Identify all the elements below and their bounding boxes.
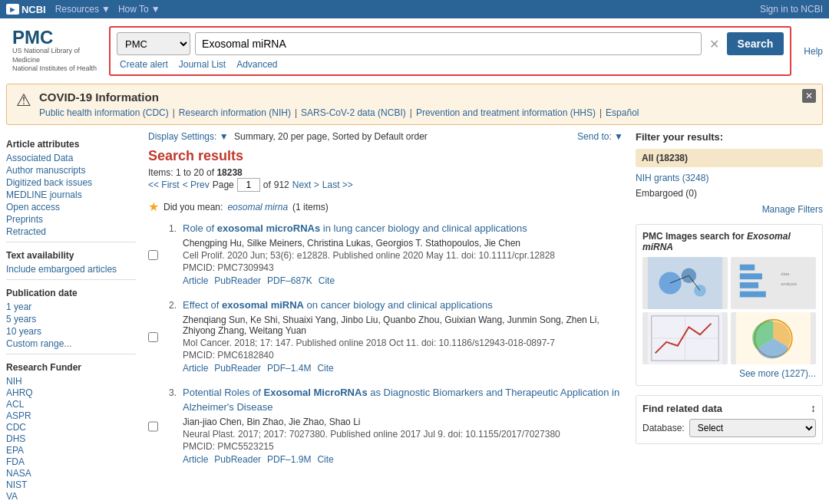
pmc-images-section: PMC Images search for Exosomal miRNA xyxy=(636,224,823,386)
expand-icon: ↕ xyxy=(811,402,816,414)
sidebar-item-digitized-back-issues[interactable]: Digitized back issues xyxy=(6,177,136,188)
filter-all-link[interactable]: All (18238) xyxy=(642,153,688,163)
send-to-link[interactable]: Send to: ▼ xyxy=(577,131,623,142)
covid-banner: ⚠ COVID-19 Information Public health inf… xyxy=(6,84,823,125)
sidebar-item-dhs[interactable]: DHS xyxy=(6,433,136,444)
sidebar-item-custom-range[interactable]: Custom range... xyxy=(6,338,136,349)
sidebar-item-cdc[interactable]: CDC xyxy=(6,422,136,433)
sidebar-item-medline-journals[interactable]: MEDLINE journals xyxy=(6,189,136,200)
last-page-link[interactable]: Last >> xyxy=(322,180,353,190)
result-body-1: Role of exosomal microRNAs in lung cance… xyxy=(183,222,623,286)
next-page-link[interactable]: Next > xyxy=(292,180,319,190)
sidebar-item-retracted[interactable]: Retracted xyxy=(6,226,136,237)
result-checkbox-2[interactable] xyxy=(148,301,158,374)
result-pubreader-link-2[interactable]: PubReader xyxy=(214,363,261,374)
search-input[interactable] xyxy=(195,32,702,55)
result-article-link-2[interactable]: Article xyxy=(183,363,208,374)
send-to-area: Send to: ▼ xyxy=(577,131,623,142)
help-link[interactable]: Help xyxy=(804,46,823,57)
sidebar-item-preprints[interactable]: Preprints xyxy=(6,214,136,225)
image-thumb-4[interactable] xyxy=(731,312,816,364)
result-article-link-3[interactable]: Article xyxy=(183,454,208,465)
hhs-link[interactable]: Prevention and treatment information (HH… xyxy=(416,107,596,118)
result-link-3[interactable]: Potential Roles of Exosomal MicroRNAs as… xyxy=(183,387,619,412)
sidebar-item-open-access[interactable]: Open access xyxy=(6,202,136,212)
cdc-link[interactable]: Public health information (CDC) xyxy=(39,107,169,118)
sidebar-item-nasa[interactable]: NASA xyxy=(6,468,136,479)
howto-menu[interactable]: How To ▼ xyxy=(118,4,160,15)
sidebar-item-5-years[interactable]: 5 years xyxy=(6,314,136,324)
manage-filters: Manage Filters xyxy=(636,204,823,215)
image-thumb-2[interactable]: data analysis xyxy=(731,257,816,309)
search-bar-wrapper: PMC PubMed Nucleotide Gene ✕ Search Crea… xyxy=(109,26,791,76)
result-number-3: 3. xyxy=(164,386,177,464)
related-data-header: Find related data ↕ xyxy=(642,402,816,414)
result-article-link-1[interactable]: Article xyxy=(183,275,208,286)
database-select[interactable]: PMC PubMed Nucleotide Gene xyxy=(117,32,190,55)
result-pubreader-link-3[interactable]: PubReader xyxy=(214,454,261,465)
journal-list-link[interactable]: Journal List xyxy=(179,59,226,70)
filter-embargoed: Embargoed (0) xyxy=(636,186,823,201)
search-results-title: Search results xyxy=(148,148,623,164)
sidebar-item-fda[interactable]: FDA xyxy=(6,456,136,467)
close-banner-button[interactable]: ✕ xyxy=(802,89,816,103)
filter-nih-grants-link[interactable]: NIH grants (3248) xyxy=(636,173,708,183)
main-layout: Article attributes Associated Data Autho… xyxy=(0,131,829,504)
sidebar-item-va[interactable]: VA xyxy=(6,491,136,502)
image-thumb-3[interactable] xyxy=(642,312,728,364)
prev-page-link[interactable]: < Prev xyxy=(183,180,210,190)
result-pdf-link-3[interactable]: PDF–1.9M xyxy=(267,454,311,465)
resources-menu[interactable]: Resources ▼ xyxy=(55,4,111,15)
database-select[interactable]: Select xyxy=(689,419,816,437)
sidebar-item-acl[interactable]: ACL xyxy=(6,399,136,410)
sidebar-item-aspr[interactable]: ASPR xyxy=(6,410,136,421)
sidebar-item-nih[interactable]: NIH xyxy=(6,376,136,387)
clear-search-button[interactable]: ✕ xyxy=(706,37,722,51)
espanol-link[interactable]: Español xyxy=(606,107,639,118)
sidebar-item-include-embargoed[interactable]: Include embargoed articles xyxy=(6,264,136,275)
result-link-2[interactable]: Effect of exosomal miRNA on cancer biolo… xyxy=(183,299,493,311)
manage-filters-link[interactable]: Manage Filters xyxy=(762,204,823,215)
first-page-link[interactable]: << First xyxy=(148,180,180,190)
result-checkbox-1[interactable] xyxy=(148,224,158,286)
search-links: Create alert Journal List Advanced xyxy=(120,59,784,70)
page-input[interactable] xyxy=(237,178,260,192)
advanced-link[interactable]: Advanced xyxy=(236,59,277,70)
result-cite-link-1[interactable]: Cite xyxy=(319,275,335,286)
covid-content: COVID-19 Information Public health infor… xyxy=(39,91,813,118)
display-settings-link[interactable]: Display Settings: ▼ xyxy=(148,131,231,142)
result-authors-1: Chengping Hu, Silke Meiners, Christina L… xyxy=(183,238,623,249)
sidebar-item-author-manuscripts[interactable]: Author manuscripts xyxy=(6,165,136,176)
result-authors-3: Jian-jiao Chen, Bin Zhao, Jie Zhao, Shao… xyxy=(183,417,623,427)
result-pdf-link-1[interactable]: PDF–687K xyxy=(267,275,312,286)
page-total: 912 xyxy=(274,180,289,190)
nih-link[interactable]: Research information (NIH) xyxy=(179,107,291,118)
did-you-mean: ★ Did you mean: eosomal mirna (1 items) xyxy=(148,199,623,214)
create-alert-link[interactable]: Create alert xyxy=(120,59,168,70)
result-cite-link-3[interactable]: Cite xyxy=(317,454,333,465)
ncbi-logo: ► NCBI xyxy=(6,4,46,15)
sidebar-item-associated-data[interactable]: Associated Data xyxy=(6,153,136,163)
result-link-1[interactable]: Role of exosomal microRNAs in lung cance… xyxy=(183,222,527,234)
search-button[interactable]: Search xyxy=(727,32,784,55)
see-more-link[interactable]: See more (1227)... xyxy=(739,368,816,379)
svg-rect-8 xyxy=(740,273,762,279)
sidebar-item-epa[interactable]: EPA xyxy=(6,445,136,456)
result-pmcid-1: PMCID: PMC7309943 xyxy=(183,262,623,273)
result-cite-link-2[interactable]: Cite xyxy=(317,363,333,374)
result-pdf-link-2[interactable]: PDF–1.4M xyxy=(267,363,311,374)
did-you-mean-link[interactable]: eosomal mirna xyxy=(227,202,288,212)
result-pubreader-link-1[interactable]: PubReader xyxy=(214,275,261,286)
ncbi-sars-link[interactable]: SARS-CoV-2 data (NCBI) xyxy=(301,107,406,118)
result-title-2: Effect of exosomal miRNA on cancer biolo… xyxy=(183,298,623,312)
result-links-2: Article PubReader PDF–1.4M Cite xyxy=(183,363,623,374)
sidebar-item-1-year[interactable]: 1 year xyxy=(6,301,136,312)
sidebar-item-nist[interactable]: NIST xyxy=(6,479,136,490)
result-checkbox-3[interactable] xyxy=(148,388,158,464)
right-panel: Filter your results: All (18238) NIH gra… xyxy=(629,131,829,504)
sidebar-item-10-years[interactable]: 10 years xyxy=(6,326,136,337)
image-thumb-1[interactable] xyxy=(642,257,728,309)
covid-title: COVID-19 Information xyxy=(39,91,813,104)
sidebar-item-ahrq[interactable]: AHRQ xyxy=(6,387,136,398)
signin-link[interactable]: Sign in to NCBI xyxy=(760,4,823,15)
